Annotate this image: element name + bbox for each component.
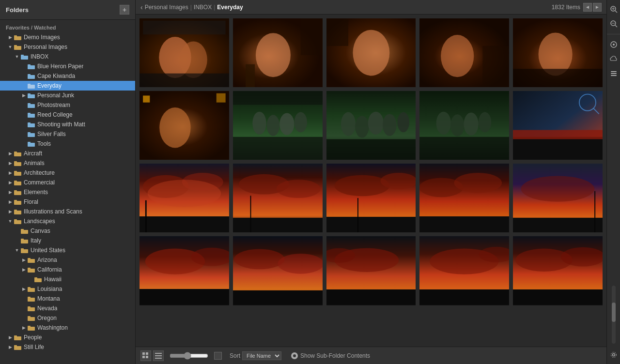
sidebar-item-hawaii[interactable]: ▶ Hawaii [0,274,135,284]
grid-view-button[interactable] [140,350,151,361]
svg-point-68 [180,41,207,78]
sidebar-item-nevada[interactable]: ▶ Nevada [0,303,135,313]
nav-arrows: ◄ ► [583,3,602,12]
image-cell[interactable] [233,164,323,232]
svg-rect-159 [142,356,145,358]
image-cell[interactable] [326,91,416,160]
image-cell[interactable] [513,236,603,305]
sidebar-item-aircraft[interactable]: ▶ Aircraft [0,149,135,158]
sidebar-item-louisiana[interactable]: ▶ Louisiana [0,284,135,294]
list-view-button[interactable] [153,350,164,361]
cloud-icon-button[interactable] [608,54,619,64]
sidebar-item-arizona[interactable]: ▶ Arizona [0,255,135,265]
image-cell[interactable] [233,91,323,160]
thumbnail-size-slider[interactable] [170,352,208,360]
sidebar-item-inbox[interactable]: ▼ INBOX [0,52,135,61]
sidebar-item-photostream[interactable]: ▶ Photostream [0,100,135,110]
breadcrumb-item-personal[interactable]: Personal Images [145,4,188,11]
sidebar-item-label: Animals [24,160,45,167]
sidebar-item-still-life[interactable]: ▶ Still Life [0,342,135,352]
sidebar-item-oregon[interactable]: ▶ Oregon [0,313,135,323]
sidebar-item-california[interactable]: ▶ California [0,265,135,274]
svg-point-176 [612,354,615,356]
nav-prev-button[interactable]: ◄ [583,3,592,12]
sidebar-item-floral[interactable]: ▶ Floral [0,197,135,207]
svg-point-134 [521,176,595,202]
sidebar-item-tools[interactable]: ▶ Tools [0,139,135,149]
image-cell[interactable] [326,18,416,87]
image-cell[interactable] [513,164,603,232]
sidebar-item-silver-falls[interactable]: ▶ Silver Falls [0,129,135,139]
sidebar-item-personal-junk[interactable]: ▶ Personal Junk [0,91,135,100]
sidebar-item-personal-images[interactable]: ▼ Personal Images [0,42,135,52]
sidebar-item-united-states[interactable]: ▼ United States [0,245,135,255]
expand-arrow: ▶ [7,170,14,175]
image-cell[interactable] [233,236,323,305]
image-cell[interactable] [513,18,603,87]
sidebar-item-label: Washington [37,324,68,331]
svg-rect-25 [14,152,17,153]
svg-rect-27 [14,161,17,163]
select-checkbox[interactable] [214,352,222,360]
folder-tree: Favorites / Watched ▶ Demo Images ▼ Pers… [0,20,135,364]
image-cell[interactable] [419,236,509,305]
sidebar-item-landscapes[interactable]: ▼ Landscapes [0,216,135,226]
svg-rect-38 [14,220,21,224]
breadcrumb-back-button[interactable]: ‹ [140,3,143,11]
sidebar-item-everyday[interactable]: ▶ Everyday [0,81,135,91]
sidebar-item-animals[interactable]: ▶ Animals [0,158,135,168]
svg-rect-55 [28,297,31,298]
sidebar-item-elements[interactable]: ▶ Elements [0,187,135,197]
svg-point-97 [355,116,369,137]
svg-rect-15 [28,103,31,105]
sidebar-item-commercial[interactable]: ▶ Commercial [0,178,135,187]
image-cell[interactable] [233,18,323,87]
sidebar-item-cape-kiwanda[interactable]: ▶ Cape Kiwanda [0,71,135,81]
nav-next-button[interactable]: ► [593,3,602,12]
search-zoom-icon-button[interactable] [608,4,619,15]
sidebar-item-people[interactable]: ▶ People [0,333,135,342]
subfolder-radio[interactable] [291,352,298,359]
image-cell[interactable] [140,91,229,160]
sort-select[interactable]: File Name Date Size Rating [242,351,281,360]
sidebar-item-illustrations[interactable]: ▶ Illustrations and Scans [0,207,135,216]
image-cell[interactable] [419,18,509,87]
image-cell[interactable] [419,91,509,160]
image-cell[interactable] [419,164,509,232]
layers-icon-button[interactable] [608,68,619,79]
sidebar-item-architecture[interactable]: ▶ Architecture [0,168,135,178]
image-cell[interactable] [140,18,229,87]
sidebar-item-shooting-matt[interactable]: ▶ Shooting with Matt [0,120,135,129]
image-cell[interactable] [140,164,229,232]
svg-rect-39 [14,219,17,221]
add-folder-button[interactable]: + [120,5,129,15]
svg-point-142 [234,249,284,270]
sidebar-item-label: Aircraft [24,150,42,157]
sidebar-item-label: Floral [24,198,38,205]
sidebar-item-canvas[interactable]: ▶ Canvas [0,226,135,236]
sidebar-item-blue-heron[interactable]: ▶ Blue Heron Paper [0,61,135,71]
star-icon-button[interactable] [608,39,619,50]
svg-rect-42 [21,240,28,243]
expand-arrow: ▶ [7,151,14,156]
sidebar-item-washington[interactable]: ▶ Washington [0,323,135,333]
sidebar-item-label: Nevada [37,305,57,312]
image-cell[interactable] [326,236,416,305]
breadcrumb-item-inbox[interactable]: INBOX [194,4,212,11]
sidebar-item-label: Personal Images [24,44,67,50]
expand-arrow: ▼ [7,45,14,49]
sidebar-item-italy[interactable]: ▶ Italy [0,236,135,245]
image-cell[interactable] [140,236,229,305]
sidebar-item-montana[interactable]: ▶ Montana [0,294,135,303]
sidebar: Folders + Favorites / Watched ▶ Demo Ima… [0,0,136,364]
folder-icon [14,334,21,340]
folder-icon [14,44,21,50]
image-cell[interactable] [513,91,603,160]
sidebar-item-demo-images[interactable]: ▶ Demo Images [0,32,135,42]
gear-icon-button[interactable] [608,349,619,360]
search-zoom-2-icon-button[interactable] [608,18,619,29]
sidebar-item-label: Arizona [37,257,57,263]
image-cell[interactable] [326,164,416,232]
sort-area: Sort File Name Date Size Rating [230,351,281,360]
sidebar-item-reed-college[interactable]: ▶ Reed College [0,110,135,120]
